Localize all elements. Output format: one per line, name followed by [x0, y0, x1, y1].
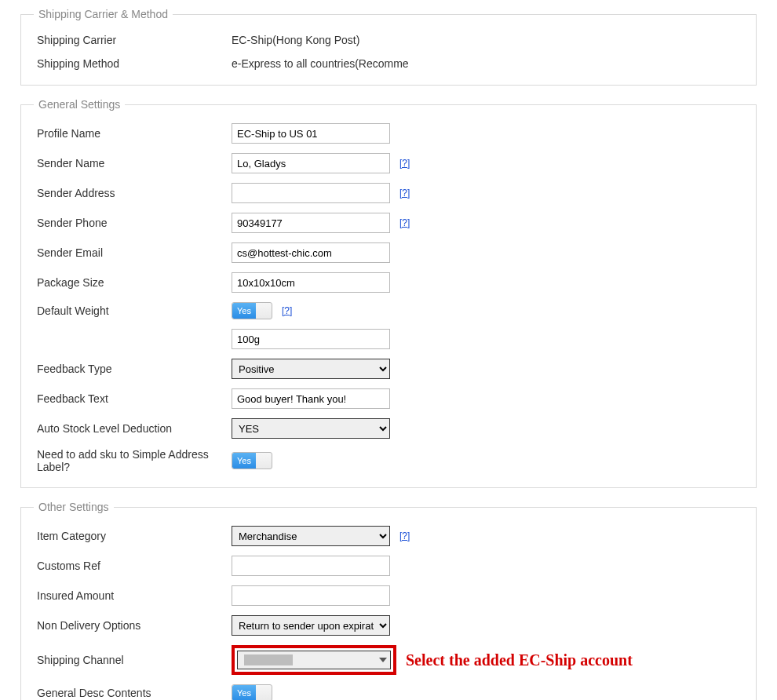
toggle-knob	[256, 453, 272, 468]
sender-phone-label: Sender Phone	[37, 217, 232, 229]
customs-ref-input[interactable]	[232, 556, 390, 576]
need-sku-toggle[interactable]: Yes	[232, 452, 272, 469]
sender-email-input[interactable]	[232, 242, 390, 263]
sender-address-label: Sender Address	[37, 187, 232, 199]
default-weight-input[interactable]	[232, 329, 390, 349]
package-size-label: Package Size	[37, 276, 232, 289]
toggle-on-label: Yes	[232, 685, 256, 700]
general-desc-label: General Desc Contents	[37, 687, 232, 699]
sender-name-label: Sender Name	[37, 157, 232, 170]
non-delivery-select[interactable]: Return to sender upon expiratio	[232, 615, 390, 636]
toggle-on-label: Yes	[232, 453, 256, 468]
help-link[interactable]: [?]	[399, 158, 410, 169]
auto-stock-select[interactable]: YES	[232, 418, 390, 439]
non-delivery-label: Non Delivery Options	[37, 619, 232, 632]
feedback-type-select[interactable]: Positive	[232, 359, 390, 379]
auto-stock-label: Auto Stock Level Deduction	[37, 422, 232, 435]
help-link[interactable]: [?]	[399, 530, 410, 541]
shipping-legend: Shipping Carrier & Method	[34, 8, 173, 20]
sender-phone-input[interactable]	[232, 213, 390, 233]
profile-name-input[interactable]	[232, 123, 390, 144]
other-legend: Other Settings	[34, 501, 114, 513]
shipping-channel-select[interactable]	[237, 651, 391, 669]
general-legend: General Settings	[34, 98, 125, 111]
package-size-input[interactable]	[232, 272, 390, 293]
item-category-select[interactable]: Merchandise	[232, 526, 390, 546]
shipping-method-label: Shipping Method	[37, 57, 232, 70]
shipping-method-value: e-Express to all countries(Recomme	[232, 57, 409, 70]
toggle-knob	[256, 303, 272, 319]
default-weight-toggle[interactable]: Yes	[232, 302, 272, 319]
need-sku-label: Need to add sku to Simple Address Label?	[37, 448, 232, 473]
highlight-box	[232, 645, 396, 675]
help-link[interactable]: [?]	[399, 217, 410, 228]
shipping-channel-label: Shipping Channel	[37, 654, 232, 666]
toggle-on-label: Yes	[232, 303, 256, 319]
insured-amount-label: Insured Amount	[37, 589, 232, 602]
sender-email-label: Sender Email	[37, 246, 232, 259]
chevron-down-icon	[379, 658, 387, 662]
general-fieldset: General Settings Profile Name Sender Nam…	[20, 98, 757, 488]
annotation-text: Select the added EC-Ship account	[406, 651, 633, 669]
feedback-text-label: Feedback Text	[37, 392, 232, 405]
sender-name-input[interactable]	[232, 153, 390, 173]
feedback-text-input[interactable]	[232, 388, 390, 409]
masked-value	[244, 654, 293, 665]
shipping-carrier-value: EC-Ship(Hong Kong Post)	[232, 34, 359, 46]
shipping-carrier-label: Shipping Carrier	[37, 34, 232, 46]
item-category-label: Item Category	[37, 530, 232, 542]
toggle-knob	[256, 685, 272, 700]
help-link[interactable]: [?]	[399, 188, 410, 199]
feedback-type-label: Feedback Type	[37, 363, 232, 375]
general-desc-toggle[interactable]: Yes	[232, 684, 272, 700]
help-link[interactable]: [?]	[282, 305, 292, 316]
shipping-fieldset: Shipping Carrier & Method Shipping Carri…	[20, 8, 757, 86]
customs-ref-label: Customs Ref	[37, 560, 232, 572]
default-weight-label: Default Weight	[37, 304, 232, 317]
other-fieldset: Other Settings Item Category Merchandise…	[20, 501, 757, 700]
profile-name-label: Profile Name	[37, 127, 232, 140]
sender-address-input[interactable]	[232, 183, 390, 203]
insured-amount-input[interactable]	[232, 585, 390, 606]
